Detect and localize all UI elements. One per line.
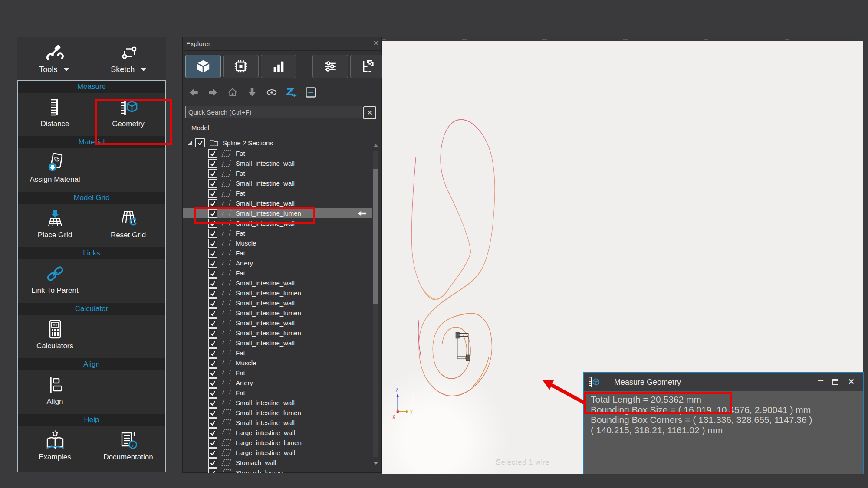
maximize-button[interactable] — [832, 377, 839, 385]
visibility-checkbox[interactable] — [208, 418, 217, 428]
tree-scrollbar[interactable] — [372, 138, 379, 470]
visibility-checkbox[interactable] — [208, 388, 217, 398]
tree-item[interactable]: Fat — [183, 348, 372, 358]
tree-root-item[interactable]: Spline 2 Sections — [183, 137, 372, 148]
forward-icon[interactable] — [207, 86, 220, 99]
tree-item[interactable]: Small_intestine_lumen — [183, 408, 372, 418]
model-view-button[interactable] — [185, 55, 221, 78]
visibility-checkbox[interactable] — [208, 269, 217, 278]
visibility-checkbox[interactable] — [208, 149, 217, 158]
tree-item[interactable]: Large_intestine_lumen — [183, 438, 372, 448]
tree-item[interactable]: Fat — [183, 188, 372, 198]
calculators-button[interactable]: √x Calculators — [18, 315, 92, 358]
scrollbar-thumb[interactable] — [373, 169, 378, 304]
visibility-checkbox[interactable] — [208, 179, 217, 188]
visibility-checkbox[interactable] — [208, 448, 217, 458]
visibility-checkbox[interactable] — [208, 398, 217, 408]
reset-grid-button[interactable]: Reset Grid — [92, 204, 165, 247]
explorer-close-icon[interactable]: ✕ — [373, 39, 379, 47]
visibility-checkbox[interactable] — [208, 328, 217, 338]
visibility-checkbox[interactable] — [208, 239, 217, 248]
visibility-checkbox[interactable] — [208, 288, 217, 298]
examples-button[interactable]: Examples — [18, 426, 92, 469]
visibility-checkbox[interactable] — [208, 259, 217, 268]
hide-down-icon[interactable] — [246, 86, 259, 99]
place-grid-button[interactable]: Place Grid — [18, 204, 92, 247]
tree-item[interactable]: Fat — [183, 148, 372, 158]
filter-button[interactable] — [312, 55, 348, 78]
hierarchy-button[interactable] — [350, 55, 386, 78]
tree-item-selected[interactable]: Small_intestine_lumen — [183, 208, 372, 218]
tree-item[interactable]: Small_intestine_wall — [183, 398, 372, 408]
zoom-to-selection-icon[interactable] — [285, 86, 298, 99]
minimize-button[interactable]: – — [818, 374, 823, 386]
visibility-checkbox[interactable] — [208, 249, 217, 258]
tree-item[interactable]: Muscle — [183, 358, 372, 368]
tree-item[interactable]: Stomach_wall — [183, 458, 372, 468]
visibility-checkbox[interactable] — [208, 378, 217, 388]
visibility-checkbox[interactable] — [208, 199, 217, 208]
tab-tools[interactable]: Tools — [17, 37, 92, 80]
tree-item[interactable]: Small_intestine_wall — [183, 178, 372, 188]
results-view-button[interactable] — [261, 55, 296, 78]
root-visibility-checkbox[interactable] — [195, 138, 205, 147]
assign-material-button[interactable]: Assign Material — [18, 148, 92, 192]
tree-item[interactable]: Large_intestine_wall — [183, 428, 372, 438]
geometry-button[interactable]: Geometry — [92, 93, 165, 136]
tree-item[interactable]: Small_intestine_wall — [183, 298, 372, 308]
collapse-all-icon[interactable] — [304, 86, 317, 99]
visibility-checkbox[interactable] — [208, 229, 217, 238]
tree-item[interactable]: Small_intestine_wall — [183, 158, 372, 168]
visibility-checkbox[interactable] — [208, 189, 217, 198]
back-icon[interactable] — [187, 86, 200, 99]
tree-item[interactable]: Small_intestine_wall — [183, 218, 372, 228]
visibility-checkbox[interactable] — [208, 159, 217, 168]
tree-item[interactable]: Small_intestine_lumen — [183, 328, 372, 338]
tab-sketch[interactable]: Sketch — [92, 37, 166, 80]
scroll-up-icon[interactable] — [373, 144, 378, 147]
close-button[interactable]: ✕ — [848, 377, 855, 386]
visibility-eye-icon[interactable] — [265, 86, 278, 99]
tree-item[interactable]: Small_intestine_lumen — [183, 288, 372, 298]
tree-item[interactable]: Small_intestine_lumen — [183, 308, 372, 318]
visibility-checkbox[interactable] — [208, 458, 217, 468]
visibility-checkbox[interactable] — [208, 368, 217, 378]
visibility-checkbox[interactable] — [208, 408, 217, 418]
visibility-checkbox[interactable] — [208, 348, 217, 358]
visibility-checkbox[interactable] — [208, 358, 217, 368]
tree-item[interactable]: Small_intestine_wall — [183, 418, 372, 428]
tree-item[interactable]: Small_intestine_wall — [183, 318, 372, 328]
tree-item[interactable]: Fat — [183, 248, 372, 258]
align-button[interactable]: Align — [18, 370, 92, 414]
scroll-down-icon[interactable] — [373, 462, 378, 465]
distance-button[interactable]: Distance — [18, 93, 92, 136]
visibility-checkbox[interactable] — [208, 278, 217, 288]
measure-geometry-dialog[interactable]: Measure Geometry – ✕ Total Length = 20.5… — [583, 372, 864, 474]
visibility-checkbox[interactable] — [208, 209, 217, 218]
tree-item[interactable]: Stomach_lumen — [183, 468, 372, 473]
tree-item[interactable]: Fat — [183, 268, 372, 278]
visibility-checkbox[interactable] — [208, 219, 217, 228]
documentation-button[interactable]: i Documentation — [92, 426, 165, 469]
tree-item[interactable]: Small_intestine_wall — [183, 338, 372, 348]
visibility-checkbox[interactable] — [208, 438, 217, 448]
tree-item[interactable]: Fat — [183, 228, 372, 238]
tree-item[interactable]: Artery — [183, 258, 372, 268]
tree-item[interactable]: Small_intestine_wall — [183, 278, 372, 288]
quick-search-input[interactable] — [185, 106, 362, 118]
tree-item[interactable]: Fat — [183, 368, 372, 378]
tree-item[interactable]: Artery — [183, 378, 372, 388]
dialog-titlebar[interactable]: Measure Geometry – ✕ — [584, 373, 863, 391]
visibility-checkbox[interactable] — [208, 298, 217, 308]
clear-search-icon[interactable]: ✕ — [363, 106, 376, 119]
tree-item[interactable]: Large_intestine_wall — [183, 448, 372, 458]
tree-item[interactable]: Fat — [183, 388, 372, 398]
simulation-view-button[interactable] — [223, 55, 259, 78]
home-icon[interactable] — [226, 86, 239, 99]
link-to-parent-button[interactable]: Link To Parent — [18, 259, 92, 303]
visibility-checkbox[interactable] — [208, 428, 217, 438]
visibility-checkbox[interactable] — [208, 169, 217, 178]
visibility-checkbox[interactable] — [208, 468, 217, 474]
visibility-checkbox[interactable] — [208, 308, 217, 318]
tree-item[interactable]: Muscle — [183, 238, 372, 248]
